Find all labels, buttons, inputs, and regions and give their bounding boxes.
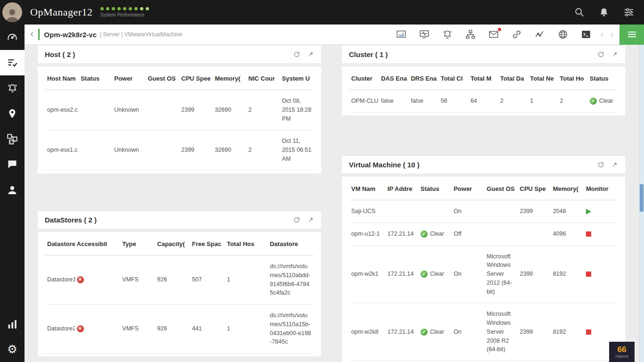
column-header[interactable]: Power xyxy=(452,178,485,200)
sidebar-item-users[interactable] xyxy=(0,177,25,203)
alarm-bell-icon[interactable] xyxy=(442,29,453,40)
sidebar-item-alarms[interactable] xyxy=(0,75,25,101)
column-header[interactable]: NIC Cour xyxy=(247,67,280,90)
performance-chart-icon[interactable] xyxy=(396,29,407,40)
column-header[interactable]: Total Ne xyxy=(528,67,558,90)
table-cell: Oct 08, 2015 18:28 PM xyxy=(280,90,314,130)
table-row[interactable]: OPM-CLUfalsefalse5664212Clear xyxy=(349,90,618,113)
column-header[interactable]: System U xyxy=(280,67,314,90)
stop-icon[interactable] xyxy=(586,272,591,277)
column-header[interactable]: Total Ho xyxy=(558,67,588,90)
column-header[interactable]: Datastore xyxy=(268,233,314,255)
error-icon xyxy=(77,276,84,283)
table-cell: On xyxy=(452,303,485,361)
table-cell: On xyxy=(452,245,485,303)
column-header[interactable]: Total CI xyxy=(439,67,469,90)
sidebar-item-inventory[interactable] xyxy=(0,50,25,75)
cluster-card-header: Cluster ( 1 ) xyxy=(342,46,625,63)
sidebar-item-dashboard[interactable] xyxy=(0,25,25,50)
table-row[interactable]: opm-u12-1172.21.14ClearOff4096 xyxy=(349,222,618,245)
column-header[interactable]: Monitor xyxy=(584,178,618,200)
column-header[interactable]: CPU Spe xyxy=(518,178,551,200)
column-header[interactable]: Power xyxy=(112,67,146,90)
column-header[interactable]: Status xyxy=(419,178,452,200)
collapse-chevron-icon[interactable]: ‹ xyxy=(25,29,38,41)
refresh-icon[interactable] xyxy=(597,51,604,58)
column-header[interactable]: VM Nam xyxy=(349,178,386,200)
alarms-badge[interactable]: 66 Alarms xyxy=(609,342,635,362)
column-header[interactable]: Cluster xyxy=(349,67,379,90)
mail-icon[interactable] xyxy=(488,29,499,40)
play-icon[interactable] xyxy=(586,209,591,214)
column-header[interactable]: DAS Ena xyxy=(379,67,409,90)
column-header[interactable]: Datastore xyxy=(45,233,75,255)
refresh-icon[interactable] xyxy=(597,161,604,168)
column-header[interactable]: DRS Ena xyxy=(409,67,438,90)
table-cell: false xyxy=(379,90,409,113)
column-header[interactable]: Guest OS xyxy=(146,67,179,90)
search-icon[interactable] xyxy=(574,7,585,17)
device-topology-icon[interactable] xyxy=(465,29,476,40)
sidebar-spacer xyxy=(0,203,25,311)
table-row[interactable]: Datastore2VMFS9264411ds:///vmfs/volumes/… xyxy=(45,304,314,354)
table-cell: 8192 xyxy=(551,303,584,361)
column-header[interactable]: Guest OS xyxy=(485,178,518,200)
sidebar-item-settings[interactable]: ⚙ xyxy=(0,337,25,362)
user-avatar[interactable] xyxy=(0,0,25,25)
column-header[interactable]: CPU Spee xyxy=(180,67,213,90)
mail-notification-dot xyxy=(498,28,501,31)
sidebar-item-maps[interactable] xyxy=(0,101,25,126)
vertical-scrollbar-thumb[interactable] xyxy=(640,184,644,212)
pin-icon[interactable] xyxy=(308,51,314,58)
response-graph-icon[interactable] xyxy=(534,29,545,40)
pin-icon[interactable] xyxy=(612,162,618,168)
column-header[interactable]: Memory( xyxy=(551,178,584,200)
stop-icon[interactable] xyxy=(586,231,591,237)
table-row[interactable]: opm-esx1.cUnknown2399326902Oct 11, 2015 … xyxy=(45,130,314,170)
column-header[interactable]: Capacity( xyxy=(155,233,190,255)
table-row[interactable]: Datastore1VMFS9265071ds:///vmfs/volumes/… xyxy=(45,255,314,304)
pin-icon[interactable] xyxy=(612,51,618,58)
refresh-icon[interactable] xyxy=(293,51,300,58)
column-header[interactable]: Free Spac xyxy=(190,233,225,255)
bar-chart-icon xyxy=(7,318,18,330)
column-header[interactable]: Memory( xyxy=(213,67,247,90)
table-cell: ds:///vmfs/volumes/5110abdd-9145f6b6-478… xyxy=(268,255,314,304)
table-cell: opm-w2k1 xyxy=(349,245,386,303)
table-row[interactable]: opm-w2k1172.21.14ClearOnMicrosoft Window… xyxy=(349,245,618,303)
health-monitor-icon[interactable] xyxy=(419,29,430,40)
column-header[interactable]: Status xyxy=(588,67,618,90)
column-header[interactable]: Total M xyxy=(469,67,498,90)
notifications-bell-icon[interactable] xyxy=(599,7,609,17)
dependency-link-icon[interactable] xyxy=(511,29,522,40)
accent-bar xyxy=(38,29,40,40)
refresh-icon[interactable] xyxy=(293,216,300,223)
green-menu-button[interactable] xyxy=(619,25,644,45)
sidebar-item-virtualization[interactable] xyxy=(0,126,25,152)
virtual-machine-card-body: VM NamIP AddreStatusPowerGuest OSCPU Spe… xyxy=(342,177,625,362)
column-header[interactable]: Host Nam xyxy=(45,67,79,90)
column-header[interactable]: IP Addre xyxy=(386,178,419,200)
sidebar-item-reports[interactable] xyxy=(0,311,25,337)
table-row[interactable]: Saji-UCSOn23992048 xyxy=(349,200,618,223)
table-row[interactable]: opm-w2k8172.21.14ClearOnMicrosoft Window… xyxy=(349,303,618,361)
column-header[interactable]: Type xyxy=(120,233,155,255)
vertical-scrollbar-track[interactable] xyxy=(639,45,644,362)
table-cell: Clear xyxy=(588,90,618,113)
prev-chevron-icon[interactable]: ‹ xyxy=(600,29,603,40)
table-row[interactable]: opm-esx2.cUnknown2399326902Oct 08, 2015 … xyxy=(45,90,314,130)
column-header[interactable]: Total Da xyxy=(498,67,528,90)
settings-sliders-icon[interactable] xyxy=(623,7,635,17)
location-pin-icon xyxy=(7,108,18,119)
sidebar-item-social[interactable] xyxy=(0,152,25,177)
column-header[interactable]: Total Hos xyxy=(225,233,268,255)
web-globe-icon[interactable] xyxy=(557,29,569,40)
column-header[interactable]: Accessibil xyxy=(75,233,121,255)
column-header[interactable]: Status xyxy=(79,67,112,90)
pin-icon[interactable] xyxy=(308,217,314,223)
stop-icon[interactable] xyxy=(586,329,591,335)
next-chevron-icon[interactable]: › xyxy=(611,29,614,40)
gauge-icon xyxy=(6,31,18,43)
status-dot xyxy=(134,7,138,10)
terminal-icon[interactable] xyxy=(580,29,592,40)
